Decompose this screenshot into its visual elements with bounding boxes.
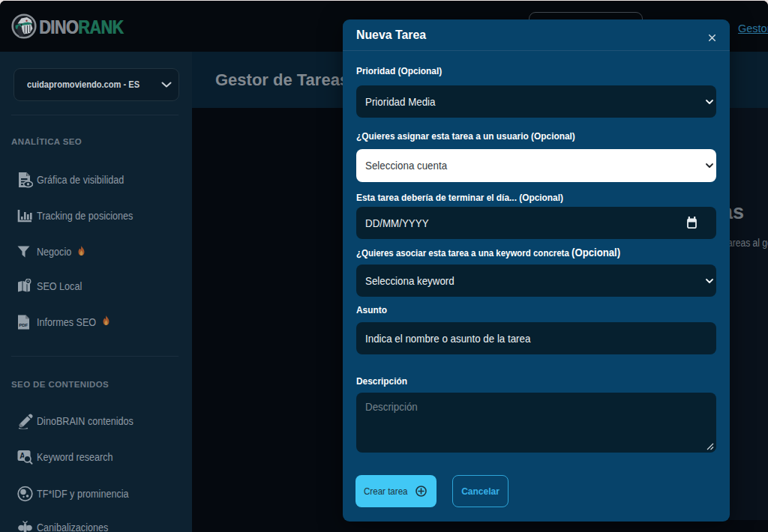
svg-text:PDF: PDF [19, 323, 28, 327]
